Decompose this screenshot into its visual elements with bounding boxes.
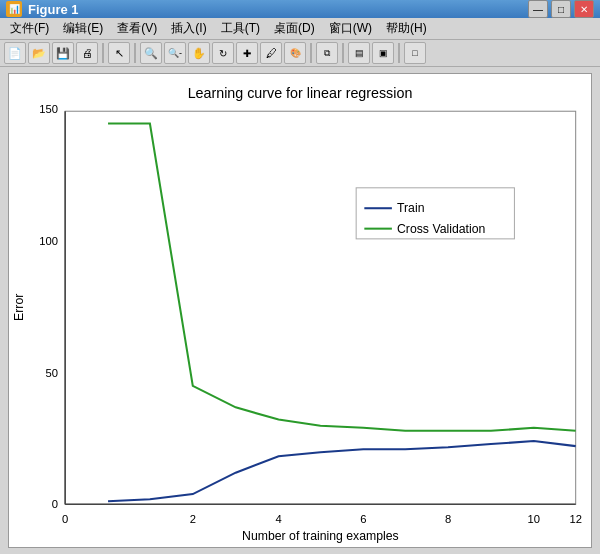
zoom-out-button[interactable]: 🔍- — [164, 42, 186, 64]
x-tick-3: 2 — [190, 513, 196, 525]
zoom-in-button[interactable]: 🔍 — [140, 42, 162, 64]
colormap-button[interactable]: 🎨 — [284, 42, 306, 64]
x-tick-0: 0 — [62, 513, 68, 525]
brush-button[interactable]: 🖊 — [260, 42, 282, 64]
print-button[interactable]: 🖨 — [76, 42, 98, 64]
window-controls: — □ ✕ — [528, 0, 594, 18]
x-tick-9: 8 — [445, 513, 451, 525]
separator-5 — [398, 43, 400, 63]
separator-2 — [134, 43, 136, 63]
separator-4 — [342, 43, 344, 63]
window-title: Figure 1 — [28, 2, 522, 17]
copy-figure-button[interactable]: ⧉ — [316, 42, 338, 64]
y-tick-50: 50 — [46, 367, 58, 379]
legend-train-label: Train — [397, 201, 425, 215]
menu-tools[interactable]: 工具(T) — [215, 18, 266, 39]
pan-button[interactable]: ✋ — [188, 42, 210, 64]
menu-insert[interactable]: 插入(I) — [165, 18, 212, 39]
save-button[interactable]: 💾 — [52, 42, 74, 64]
x-axis-label: Number of training examples — [242, 529, 399, 543]
x-tick-11: 10 — [528, 513, 540, 525]
menu-desktop[interactable]: 桌面(D) — [268, 18, 321, 39]
menu-bar: 文件(F) 编辑(E) 查看(V) 插入(I) 工具(T) 桌面(D) 窗口(W… — [0, 18, 600, 40]
subplot-v-button[interactable]: ▣ — [372, 42, 394, 64]
toolbar: 📄 📂 💾 🖨 ↖ 🔍 🔍- ✋ ↻ ✚ 🖊 🎨 ⧉ ▤ ▣ □ — [0, 40, 600, 67]
chart-area: Learning curve for linear regression 0 5… — [8, 73, 592, 548]
x-tick-12: 12 — [569, 513, 581, 525]
subplot-h-button[interactable]: ▤ — [348, 42, 370, 64]
data-cursor-button[interactable]: ✚ — [236, 42, 258, 64]
y-tick-0: 0 — [52, 498, 58, 510]
plot-background — [65, 111, 576, 504]
y-axis-label: Error — [12, 294, 26, 321]
menu-file[interactable]: 文件(F) — [4, 18, 55, 39]
chart-title: Learning curve for linear regression — [188, 85, 413, 101]
maximize-button[interactable]: □ — [551, 0, 571, 18]
figure-content: Learning curve for linear regression 0 5… — [0, 67, 600, 554]
menu-edit[interactable]: 编辑(E) — [57, 18, 109, 39]
legend-cv-label: Cross Validation — [397, 222, 485, 236]
chart-svg: Learning curve for linear regression 0 5… — [9, 74, 591, 547]
square-button[interactable]: □ — [404, 42, 426, 64]
menu-help[interactable]: 帮助(H) — [380, 18, 433, 39]
new-file-button[interactable]: 📄 — [4, 42, 26, 64]
y-tick-100: 100 — [39, 235, 58, 247]
rotate-button[interactable]: ↻ — [212, 42, 234, 64]
open-file-button[interactable]: 📂 — [28, 42, 50, 64]
close-button[interactable]: ✕ — [574, 0, 594, 18]
pointer-tool[interactable]: ↖ — [108, 42, 130, 64]
window-icon: 📊 — [6, 1, 22, 17]
x-tick-7: 6 — [360, 513, 366, 525]
separator-1 — [102, 43, 104, 63]
minimize-button[interactable]: — — [528, 0, 548, 18]
separator-3 — [310, 43, 312, 63]
y-tick-150: 150 — [39, 103, 58, 115]
menu-window[interactable]: 窗口(W) — [323, 18, 378, 39]
chart-wrapper: Learning curve for linear regression 0 5… — [0, 67, 600, 554]
menu-view[interactable]: 查看(V) — [111, 18, 163, 39]
title-bar: 📊 Figure 1 — □ ✕ — [0, 0, 600, 18]
x-tick-5: 4 — [275, 513, 281, 525]
